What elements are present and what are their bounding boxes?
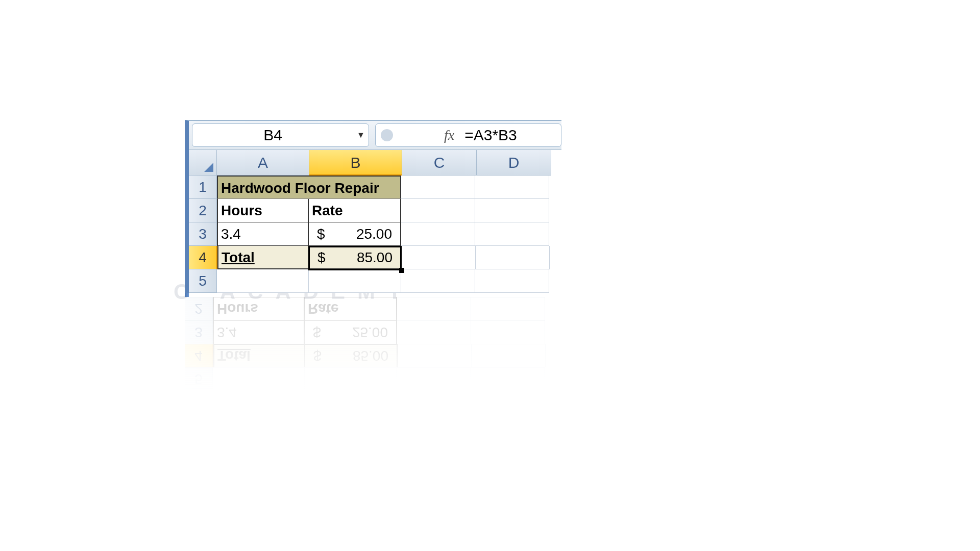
name-box-value: B4: [192, 127, 353, 144]
column-header-d[interactable]: D: [477, 150, 551, 176]
row-2: 2 Hours Rate: [189, 199, 561, 222]
row-header-1[interactable]: 1: [189, 176, 217, 199]
cell-c4[interactable]: [402, 246, 476, 269]
cancel-circle-icon: [381, 129, 393, 141]
cell-b4-total-value[interactable]: $ 85.00: [309, 246, 402, 269]
cell-a3[interactable]: 3.4: [217, 222, 309, 246]
row-header-2[interactable]: 2: [189, 199, 217, 222]
cell-d5[interactable]: [475, 269, 549, 293]
spreadsheet-grid[interactable]: A B C D 1 Hardwood Floor Repair 2 Hours …: [189, 150, 561, 293]
cell-c1[interactable]: [401, 176, 475, 199]
dropdown-arrow-icon[interactable]: ▼: [353, 131, 369, 140]
currency-symbol: $: [317, 246, 326, 269]
column-header-c[interactable]: C: [402, 150, 477, 176]
cell-c3[interactable]: [401, 222, 475, 246]
cell-a1-title[interactable]: Hardwood Floor Repair: [217, 176, 401, 199]
row-header-5[interactable]: 5: [189, 269, 217, 293]
reflection-decoration: 5 4 Total $ 85.00 3 3.4 $: [185, 297, 557, 391]
column-header-a[interactable]: A: [217, 150, 309, 176]
column-headers: A B C D: [189, 150, 561, 176]
row-4: 4 Total $ 85.00: [189, 246, 561, 269]
currency-symbol: $: [317, 222, 325, 246]
cell-c2[interactable]: [401, 199, 475, 222]
row-5: 5: [189, 269, 561, 293]
formula-text: =A3*B3: [464, 127, 517, 144]
row-header-4[interactable]: 4: [189, 246, 217, 269]
name-box[interactable]: B4 ▼: [192, 123, 369, 147]
cell-a2-header[interactable]: Hours: [217, 199, 309, 222]
formula-input-area[interactable]: fx =A3*B3: [375, 123, 561, 147]
cell-d2[interactable]: [475, 199, 549, 222]
select-all-corner[interactable]: [189, 150, 217, 176]
currency-value: 25.00: [356, 222, 392, 246]
cell-b5[interactable]: [309, 269, 401, 293]
excel-window-crop: B4 ▼ fx =A3*B3 A B C D 1 Hardwood Floor …: [185, 120, 561, 293]
row-3: 3 3.4 $ 25.00: [189, 222, 561, 246]
cell-c5[interactable]: [401, 269, 475, 293]
fx-icon[interactable]: fx: [444, 127, 454, 143]
row-1: 1 Hardwood Floor Repair: [189, 176, 561, 199]
cell-d3[interactable]: [475, 222, 549, 246]
cell-b3[interactable]: $ 25.00: [309, 222, 401, 246]
currency-value: 85.00: [357, 246, 393, 269]
cell-d4[interactable]: [476, 246, 550, 269]
column-header-b[interactable]: B: [309, 150, 402, 176]
cell-d1[interactable]: [475, 176, 549, 199]
cell-b2-header[interactable]: Rate: [309, 199, 401, 222]
formula-bar: B4 ▼ fx =A3*B3: [189, 121, 561, 150]
row-header-3[interactable]: 3: [189, 222, 217, 246]
cell-a5[interactable]: [217, 269, 309, 293]
cell-a4-total-label[interactable]: Total: [217, 246, 309, 269]
